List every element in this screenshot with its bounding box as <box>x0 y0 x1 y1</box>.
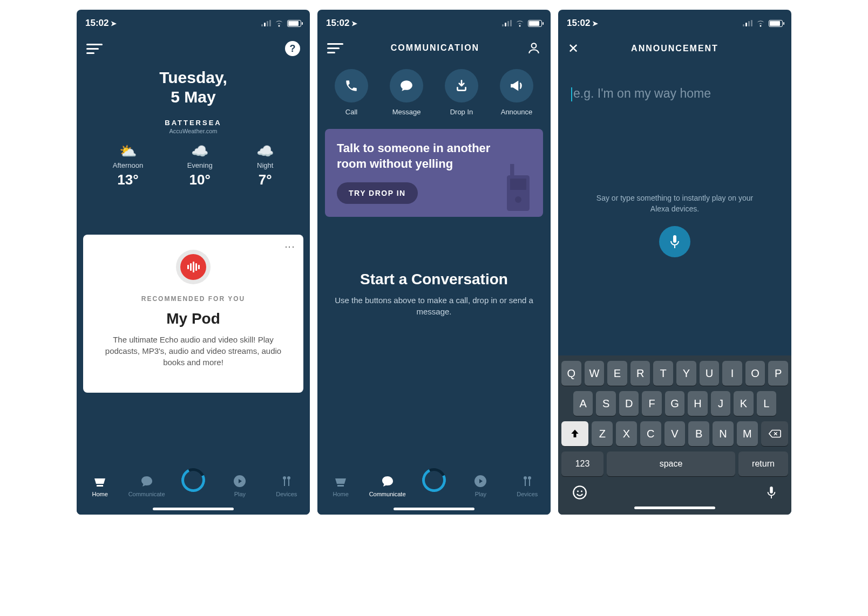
keyboard-row-3: Z X C V B N M <box>561 421 788 446</box>
key-shift[interactable] <box>561 421 588 446</box>
tab-devices[interactable]: Devices <box>508 474 546 497</box>
key-c[interactable]: C <box>640 421 661 446</box>
location-name: BATTERSEA <box>77 119 310 127</box>
weather-cell: ☁️ Night 7° <box>256 144 274 188</box>
location-arrow-icon: ➤ <box>111 19 117 28</box>
svg-point-19 <box>573 486 586 498</box>
dictation-button[interactable] <box>765 485 777 502</box>
skill-icon <box>176 250 211 284</box>
key-j[interactable]: J <box>711 391 730 416</box>
announcement-hint: Say or type something to instantly play … <box>571 193 778 214</box>
key-return[interactable]: return <box>738 451 788 476</box>
menu-button[interactable] <box>327 43 343 53</box>
tab-communicate[interactable]: Communicate <box>128 474 166 497</box>
key-m[interactable]: M <box>737 421 758 446</box>
keyboard-footer <box>561 482 788 503</box>
text-caret <box>571 87 572 101</box>
announcement-input[interactable]: e.g. I'm on my way home <box>571 86 778 101</box>
svg-rect-22 <box>770 487 773 494</box>
weather-source: AccuWeather.com <box>77 128 310 134</box>
key-d[interactable]: D <box>619 391 639 416</box>
key-p[interactable]: P <box>768 361 788 386</box>
weather-forecast-row: ⛅ Afternoon 13° ☁️ Evening 10° ☁️ Night … <box>77 139 310 188</box>
wifi-icon <box>515 20 525 27</box>
key-numbers[interactable]: 123 <box>561 451 603 476</box>
tab-communicate[interactable]: Communicate <box>369 474 406 497</box>
key-n[interactable]: N <box>713 421 734 446</box>
home-indicator[interactable] <box>634 507 715 509</box>
svg-rect-23 <box>771 496 772 499</box>
svg-point-20 <box>577 490 579 492</box>
input-placeholder: e.g. I'm on my way home <box>573 86 711 100</box>
keyboard-row-2: A S D F G H J K L <box>561 391 788 416</box>
key-t[interactable]: T <box>653 361 673 386</box>
tab-home[interactable]: Home <box>322 474 360 497</box>
quick-call[interactable]: Call <box>335 69 368 116</box>
key-f[interactable]: F <box>642 391 661 416</box>
key-a[interactable]: A <box>573 391 593 416</box>
contacts-button[interactable] <box>527 41 541 55</box>
key-x[interactable]: X <box>616 421 637 446</box>
status-time: 15:02 <box>85 18 109 29</box>
weather-icon: ☁️ <box>256 144 274 158</box>
tab-alexa[interactable] <box>174 474 212 491</box>
key-y[interactable]: Y <box>676 361 696 386</box>
promo-title: Talk to someone in another room without … <box>337 141 504 172</box>
key-g[interactable]: G <box>665 391 684 416</box>
home-indicator[interactable] <box>394 508 474 510</box>
microphone-button[interactable] <box>659 226 690 257</box>
promo-cta-button[interactable]: TRY DROP IN <box>337 182 418 204</box>
status-bar: 15:02➤ <box>317 10 551 33</box>
tab-devices[interactable]: Devices <box>268 474 306 497</box>
keyboard-row-1: Q W E R T Y U I O P <box>561 361 788 386</box>
svg-point-13 <box>524 476 527 480</box>
key-s[interactable]: S <box>596 391 615 416</box>
tab-alexa[interactable] <box>415 474 453 491</box>
tab-home[interactable]: Home <box>81 474 119 497</box>
svg-rect-18 <box>674 245 675 248</box>
walkie-talkie-icon <box>502 164 534 213</box>
status-bar: 15:02➤ <box>558 10 791 33</box>
key-v[interactable]: V <box>664 421 686 446</box>
key-e[interactable]: E <box>607 361 627 386</box>
emoji-button[interactable] <box>572 485 587 502</box>
svg-rect-15 <box>525 480 526 486</box>
location-arrow-icon: ➤ <box>592 19 598 28</box>
card-more-button[interactable]: ⋮ <box>284 242 296 252</box>
key-w[interactable]: W <box>585 361 605 386</box>
location-block[interactable]: BATTERSEA AccuWeather.com <box>77 119 310 134</box>
quick-message[interactable]: Message <box>390 69 423 116</box>
tab-play[interactable]: Play <box>462 474 499 497</box>
key-h[interactable]: H <box>688 391 707 416</box>
cellular-icon <box>502 20 512 26</box>
key-backspace[interactable] <box>761 421 788 446</box>
menu-button[interactable] <box>86 44 103 54</box>
date-heading: Tuesday, 5 May <box>77 68 310 107</box>
help-button[interactable]: ? <box>285 41 300 56</box>
key-b[interactable]: B <box>688 421 709 446</box>
svg-point-6 <box>532 43 537 48</box>
close-button[interactable]: ✕ <box>568 41 583 56</box>
svg-point-2 <box>283 476 286 480</box>
key-r[interactable]: R <box>630 361 650 386</box>
location-arrow-icon: ➤ <box>351 19 357 28</box>
home-indicator[interactable] <box>153 508 234 510</box>
key-space[interactable]: space <box>607 451 735 476</box>
svg-rect-0 <box>97 485 103 487</box>
tab-play[interactable]: Play <box>221 474 259 497</box>
key-z[interactable]: Z <box>592 421 613 446</box>
dropin-promo-card[interactable]: Talk to someone in another room without … <box>325 129 543 217</box>
key-o[interactable]: O <box>745 361 765 386</box>
key-k[interactable]: K <box>734 391 753 416</box>
svg-rect-8 <box>510 179 526 190</box>
key-l[interactable]: L <box>757 391 776 416</box>
battery-icon <box>769 20 783 27</box>
cellular-icon <box>261 20 271 26</box>
key-i[interactable]: I <box>722 361 742 386</box>
quick-dropin[interactable]: Drop In <box>445 69 478 116</box>
screen-home: 15:02➤ ? Tuesday, 5 May BATTERSEA AccuWe… <box>77 10 310 515</box>
key-u[interactable]: U <box>700 361 720 386</box>
quick-announce[interactable]: Announce <box>500 69 533 116</box>
recommendation-card[interactable]: ⋮ RECOMMENDED FOR YOU My Pod The ultimat… <box>83 235 303 393</box>
key-q[interactable]: Q <box>561 361 581 386</box>
